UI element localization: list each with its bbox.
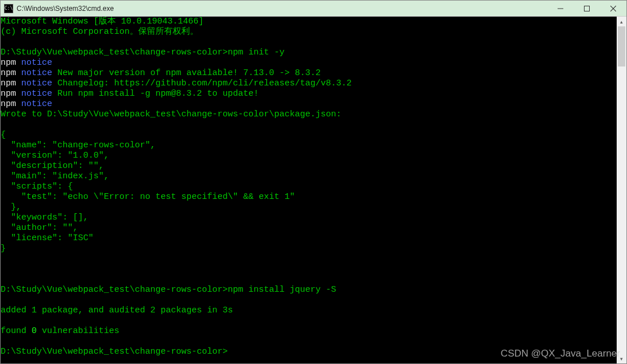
json-line: "version": "1.0.0", — [1, 151, 109, 161]
json-line: } — [1, 244, 6, 253]
json-line: "description": "", — [1, 161, 104, 171]
scroll-up-arrow-icon[interactable]: ▴ — [617, 17, 626, 26]
notice-label: notice — [21, 99, 52, 109]
header-line: (c) Microsoft Corporation。保留所有权利。 — [1, 27, 198, 37]
header-line: Microsoft Windows [版本 10.0.19043.1466] — [1, 17, 204, 26]
notice-text: Changelog: https://github.com/npm/cli/re… — [52, 79, 352, 88]
json-line: "name": "change-rows-color", — [1, 140, 155, 150]
wrote-line: Wrote to D:\Study\Vue\webpack_test\chang… — [1, 109, 341, 119]
prompt-path: D:\Study\Vue\webpack_test\change-rows-co… — [1, 347, 228, 357]
npm-prefix: npm — [1, 58, 21, 68]
npm-prefix: npm — [1, 68, 21, 78]
prompt-path: D:\Study\Vue\webpack_test\change-rows-co… — [1, 48, 228, 57]
scroll-track[interactable] — [617, 26, 626, 354]
notice-label: notice — [21, 89, 52, 99]
result-vuln: found — [1, 326, 32, 336]
json-line: "keywords": [], — [1, 213, 88, 222]
terminal-output[interactable]: Microsoft Windows [版本 10.0.19043.1466] (… — [1, 17, 617, 363]
result-vuln: vulnerabilities — [37, 326, 119, 336]
maximize-button[interactable] — [574, 1, 600, 16]
cmd-icon: C:\ — [4, 4, 13, 13]
npm-prefix: npm — [1, 89, 21, 99]
notice-label: notice — [21, 58, 52, 68]
scroll-thumb[interactable] — [618, 26, 625, 66]
json-line: "license": "ISC" — [1, 233, 94, 243]
prompt-cmd: npm install jquery -S — [228, 285, 336, 295]
close-button[interactable] — [600, 1, 626, 16]
svg-rect-1 — [585, 6, 590, 11]
npm-prefix: npm — [1, 79, 21, 88]
vertical-scrollbar[interactable]: ▴ ▾ — [617, 17, 626, 363]
vuln-count: 0 — [32, 326, 37, 336]
prompt-cmd: npm init -y — [228, 48, 285, 57]
window-controls — [547, 1, 626, 16]
json-line: "author": "", — [1, 223, 78, 233]
json-line: "test": "echo \"Error: no test specified… — [1, 192, 295, 202]
npm-prefix: npm — [1, 99, 21, 109]
json-line: "scripts": { — [1, 182, 73, 191]
json-line: "main": "index.js", — [1, 171, 109, 181]
notice-label: notice — [21, 68, 52, 78]
notice-label: notice — [21, 79, 52, 88]
notice-text: New major version of npm available! 7.13… — [52, 68, 321, 78]
json-line: }, — [1, 202, 21, 212]
notice-text: Run npm install -g npm@8.3.2 to update! — [52, 89, 259, 99]
titlebar[interactable]: C:\ C:\Windows\System32\cmd.exe — [1, 1, 626, 17]
scroll-down-arrow-icon[interactable]: ▾ — [617, 354, 626, 363]
terminal-area: Microsoft Windows [版本 10.0.19043.1466] (… — [1, 17, 626, 363]
window-title: C:\Windows\System32\cmd.exe — [17, 5, 547, 13]
json-line: { — [1, 130, 6, 140]
cmd-window: C:\ C:\Windows\System32\cmd.exe Microsof… — [0, 0, 627, 364]
result-added: added 1 package, and audited 2 packages … — [1, 306, 233, 315]
minimize-button[interactable] — [547, 1, 574, 16]
prompt-path: D:\Study\Vue\webpack_test\change-rows-co… — [1, 285, 228, 295]
